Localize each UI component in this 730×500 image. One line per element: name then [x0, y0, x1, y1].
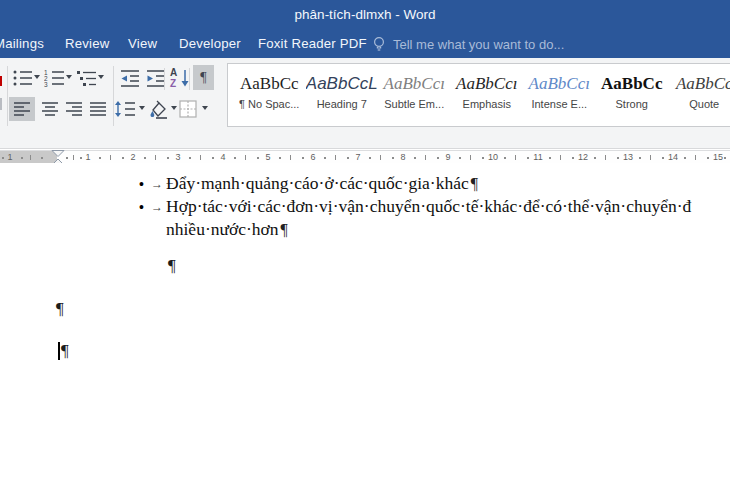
numbering-button[interactable]: 1 2 3	[44, 68, 66, 92]
style-item-quote[interactable]: AaBbCcQuote	[668, 64, 730, 124]
align-right-button[interactable]	[64, 100, 84, 122]
ruler-tick	[425, 155, 426, 160]
ruler-tick	[257, 157, 259, 159]
style-item-heading-7[interactable]: AaBbCcLHeading 7	[306, 64, 379, 124]
ruler-tick	[470, 155, 471, 160]
text-cursor	[58, 342, 60, 360]
line-spacing-button[interactable]	[113, 99, 137, 123]
numbering-dropdown[interactable]	[66, 75, 72, 79]
style-label: Heading 7	[306, 98, 379, 110]
ruler-tick	[662, 157, 664, 159]
numbering-icon: 1 2 3	[44, 68, 66, 88]
ruler-number: 15	[712, 152, 724, 162]
shading-button[interactable]	[146, 98, 170, 124]
ruler-tick	[560, 155, 561, 160]
style-item-emphasis[interactable]: AaBbCcıEmphasis	[451, 64, 524, 124]
bullets-button[interactable]	[12, 68, 34, 92]
svg-text:3: 3	[44, 81, 48, 88]
borders-button[interactable]	[178, 100, 198, 122]
lightbulb-icon	[372, 36, 386, 53]
ruler-tick	[437, 157, 439, 159]
justify-button[interactable]	[88, 100, 108, 122]
doc-text: nhiều·nước·hơn	[166, 219, 279, 239]
ruler-tick	[122, 157, 124, 159]
style-item-subtle-em[interactable]: AaBbCcıSubtle Em...	[378, 64, 451, 124]
bullets-dropdown[interactable]	[34, 75, 40, 79]
tell-me-box[interactable]: Tell me what you want to do...	[372, 34, 564, 55]
style-item-strong[interactable]: AaBbCcStrong	[596, 64, 669, 124]
styles-gallery: AaBbCc¶ No Spac...AaBbCcLHeading 7AaBbCc…	[227, 63, 730, 127]
ruler-tick	[302, 157, 304, 159]
sort-button[interactable]: A Z	[169, 66, 191, 94]
ruler-tick	[369, 157, 371, 159]
ruler-number: 7	[352, 152, 364, 162]
ruler-tick	[234, 157, 236, 159]
ruler-tick	[724, 157, 726, 159]
ruler-tick	[695, 155, 696, 160]
style-item-no-spac[interactable]: AaBbCc¶ No Spac...	[233, 64, 306, 124]
ruler-number: 11	[532, 152, 544, 162]
empty-paragraph-mark: ¶	[168, 256, 176, 276]
titlebar: phân-tích-dlmxh - Word	[0, 0, 730, 30]
decrease-indent-button[interactable]	[119, 68, 141, 92]
ruler-tick	[335, 155, 336, 160]
shading-dropdown[interactable]	[171, 106, 177, 110]
tab-developer[interactable]: Developer	[179, 36, 241, 51]
line-spacing-dropdown[interactable]	[139, 106, 145, 110]
ruler-number: 9	[442, 152, 454, 162]
empty-paragraph-mark: ¶	[56, 299, 64, 319]
ruler-tick	[380, 155, 381, 160]
bullet-marker: •	[139, 199, 144, 215]
line-spacing-icon	[113, 99, 137, 119]
ruler-tick	[549, 157, 551, 159]
bullets-icon	[12, 68, 34, 88]
align-left-icon	[12, 100, 32, 118]
multilevel-list-button[interactable]	[76, 68, 98, 92]
svg-text:A: A	[170, 67, 177, 78]
ruler-tick	[414, 157, 416, 159]
ruler-tick	[279, 157, 281, 159]
divider	[164, 68, 165, 90]
borders-dropdown[interactable]	[202, 106, 208, 110]
ruler-number: 13	[622, 152, 634, 162]
ruler-tick	[617, 157, 619, 159]
ruler-tick	[41, 157, 43, 159]
document-page[interactable]: • → Đẩy·mạnh·quảng·cáo·ở·các·quốc·gia·kh…	[0, 163, 730, 500]
ruler-tick	[144, 157, 146, 159]
ruler-tick	[30, 155, 31, 160]
ruler-tick	[482, 157, 484, 159]
tab-foxit-reader-pdf[interactable]: Foxit Reader PDF	[258, 36, 367, 51]
window-title: phân-tích-dlmxh - Word	[0, 7, 730, 22]
borders-icon	[178, 100, 198, 118]
doc-text: Đẩy·mạnh·quảng·cáo·ở·các·quốc·gia·khác	[166, 173, 469, 193]
ruler-tick	[324, 157, 326, 159]
ruler-tick	[290, 155, 291, 160]
ruler-tick	[639, 157, 641, 159]
shading-bucket-icon	[146, 98, 170, 120]
multilevel-dropdown[interactable]	[98, 75, 104, 79]
ruler-tick	[167, 157, 169, 159]
style-item-intense-e[interactable]: AaBbCcıIntense E...	[523, 64, 596, 124]
ruler-tick	[707, 157, 709, 159]
tell-me-label: Tell me what you want to do...	[393, 37, 564, 52]
ruler-tick	[73, 155, 74, 160]
ruler-number: 10	[487, 152, 499, 162]
tab-review[interactable]: Review	[65, 36, 109, 51]
first-line-indent-marker[interactable]	[52, 151, 64, 157]
tab-mailings[interactable]: Mailings	[0, 36, 44, 51]
style-preview: AaBbCcı	[451, 71, 524, 97]
bullet-marker: •	[139, 176, 144, 192]
ruler-tick	[245, 155, 246, 160]
ruler-tick	[572, 157, 574, 159]
show-hide-formatting-button[interactable]: ¶	[193, 65, 214, 90]
tab-view[interactable]: View	[128, 36, 157, 51]
svg-text:Z: Z	[170, 78, 176, 89]
align-left-button[interactable]	[9, 97, 35, 121]
ribbon-tab-row: Mailings Review View Developer Foxit Rea…	[0, 30, 730, 58]
ruler-tick	[650, 155, 651, 160]
align-center-button[interactable]	[40, 100, 60, 122]
ribbon: 1 2 3	[0, 58, 730, 149]
ruler-number: 6	[307, 152, 319, 162]
style-label: Strong	[596, 98, 669, 110]
sort-icon: A Z	[169, 66, 191, 90]
